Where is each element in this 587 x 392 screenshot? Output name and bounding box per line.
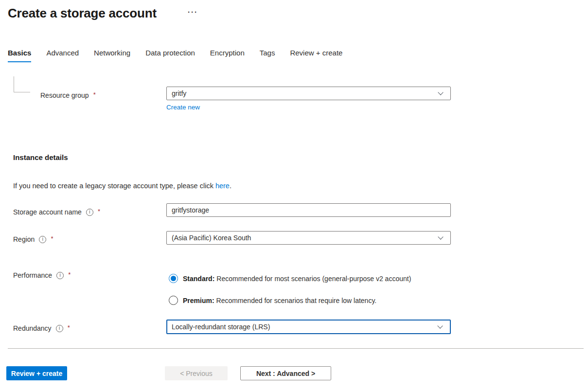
more-menu-icon[interactable]: ···	[188, 8, 198, 16]
performance-premium-text: Premium:Recommended for scenarios that r…	[183, 297, 376, 304]
wizard-tabs: Basics Advanced Networking Data protecti…	[8, 49, 342, 62]
info-icon[interactable]: i	[39, 236, 46, 243]
storage-account-name-label-text: Storage account name	[13, 208, 82, 216]
tab-basics[interactable]: Basics	[8, 49, 31, 62]
required-asterisk: *	[98, 208, 100, 215]
standard-option-description: Recommended for most scenarios (general-…	[216, 275, 411, 283]
performance-premium-radio[interactable]: Premium:Recommended for scenarios that r…	[169, 296, 376, 305]
review-create-button[interactable]: Review + create	[6, 366, 67, 380]
info-icon[interactable]: i	[56, 272, 64, 279]
tab-tags[interactable]: Tags	[260, 49, 275, 62]
required-asterisk: *	[93, 91, 96, 98]
info-icon[interactable]: i	[56, 325, 63, 332]
resource-group-dropdown[interactable]: gritfy	[166, 87, 451, 100]
previous-button[interactable]: < Previous	[165, 366, 228, 380]
radio-unselected-icon	[169, 296, 178, 305]
tab-networking[interactable]: Networking	[94, 49, 130, 62]
storage-account-name-label: Storage account name i *	[13, 208, 100, 216]
resource-group-label: Resource group *	[40, 91, 96, 99]
performance-label: Performance i *	[13, 271, 71, 279]
instance-details-heading: Instance details	[13, 153, 68, 161]
legacy-here-link[interactable]: here	[215, 182, 230, 190]
standard-option-name: Standard:	[183, 275, 214, 283]
redundancy-label-text: Redundancy	[13, 324, 52, 332]
create-storage-account-page: Create a storage account ··· Basics Adva…	[0, 0, 587, 392]
legacy-note-suffix: .	[230, 182, 231, 190]
indent-elbow-line	[14, 76, 30, 92]
performance-standard-radio[interactable]: Standard:Recommended for most scenarios …	[169, 274, 411, 283]
region-label-text: Region	[13, 235, 35, 243]
redundancy-value: Locally-redundant storage (LRS)	[167, 323, 438, 331]
required-asterisk: *	[51, 235, 53, 242]
redundancy-dropdown[interactable]: Locally-redundant storage (LRS)	[166, 320, 451, 334]
required-asterisk: *	[68, 324, 70, 331]
chevron-down-icon	[437, 323, 443, 328]
page-title: Create a storage account	[8, 6, 157, 21]
premium-option-description: Recommended for scenarios that require l…	[216, 297, 377, 304]
chevron-down-icon	[438, 234, 443, 239]
premium-option-name: Premium:	[183, 297, 214, 304]
footer-divider	[8, 348, 584, 349]
tab-review-create[interactable]: Review + create	[290, 49, 342, 62]
region-label: Region i *	[13, 235, 53, 243]
tab-encryption[interactable]: Encryption	[210, 49, 245, 62]
info-icon[interactable]: i	[86, 209, 93, 216]
tab-advanced[interactable]: Advanced	[46, 49, 79, 62]
resource-group-label-text: Resource group	[40, 91, 89, 99]
storage-account-name-input[interactable]	[166, 203, 451, 217]
redundancy-label: Redundancy i *	[13, 324, 70, 332]
resource-group-value: gritfy	[167, 89, 439, 97]
radio-selected-icon	[169, 274, 178, 283]
legacy-account-note: If you need to create a legacy storage a…	[13, 182, 231, 190]
required-asterisk: *	[68, 271, 71, 278]
performance-label-text: Performance	[13, 271, 52, 279]
performance-standard-text: Standard:Recommended for most scenarios …	[183, 275, 411, 283]
region-dropdown[interactable]: (Asia Pacific) Korea South	[166, 231, 451, 245]
next-advanced-button[interactable]: Next : Advanced >	[240, 366, 331, 380]
tab-data-protection[interactable]: Data protection	[145, 49, 195, 62]
region-value: (Asia Pacific) Korea South	[167, 234, 439, 242]
chevron-down-icon	[438, 89, 443, 95]
legacy-note-text: If you need to create a legacy storage a…	[13, 182, 213, 190]
create-new-link[interactable]: Create new	[166, 104, 200, 111]
